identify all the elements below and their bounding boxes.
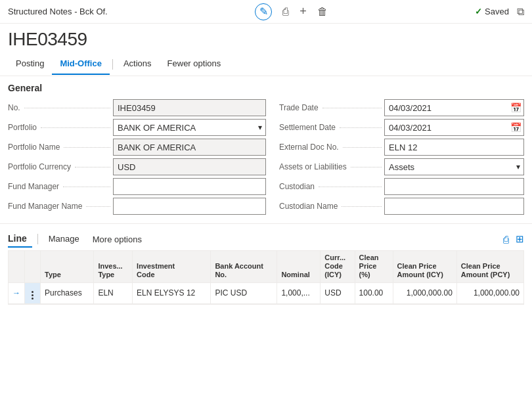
app-title: Structured Notes - Bck Of. bbox=[8, 7, 108, 16]
row-investment-code: ELN ELYSYS 12 bbox=[133, 282, 211, 303]
label-custodian: Custodian bbox=[279, 182, 384, 191]
section-divider bbox=[0, 223, 532, 224]
label-portfolio-currency: Portfolio Currency bbox=[8, 162, 113, 171]
value-external-doc bbox=[384, 139, 524, 156]
input-custodian-name[interactable] bbox=[384, 198, 524, 215]
row-clean-price-pct: 100.00 bbox=[355, 282, 393, 303]
input-settlement-date[interactable] bbox=[384, 119, 524, 136]
tab-line[interactable]: Line bbox=[8, 231, 32, 248]
field-settlement-date: Settlement Date 📅 bbox=[279, 118, 524, 137]
line-header: Line Manage More options ⎙ ⊞ bbox=[8, 231, 524, 248]
form-right-col: Trade Date 📅 Settlement Date 📅 bbox=[266, 99, 524, 217]
field-custodian-name: Custodian Name bbox=[279, 197, 524, 215]
input-portfolio-name[interactable] bbox=[113, 139, 266, 156]
row-clean-price-icy: 1,000,000.00 bbox=[393, 282, 456, 303]
saved-label-text: Saved bbox=[485, 7, 509, 16]
tab-line-more-options[interactable]: More options bbox=[87, 232, 147, 247]
input-custodian[interactable] bbox=[384, 178, 524, 195]
row-curr-code: USD bbox=[321, 282, 355, 303]
row-clean-price-pcy: 1,000,000.00 bbox=[456, 282, 523, 303]
tab-divider bbox=[112, 59, 113, 70]
label-no: No. bbox=[8, 103, 113, 112]
label-portfolio: Portfolio bbox=[8, 123, 113, 132]
value-assets-liabilities: Assets Liabilities bbox=[384, 158, 524, 175]
col-header-clean-price-pcy: Clean PriceAmount (PCY) bbox=[456, 251, 523, 282]
input-no[interactable] bbox=[113, 99, 266, 116]
input-portfolio-currency[interactable] bbox=[113, 158, 266, 175]
label-settlement-date: Settlement Date bbox=[279, 123, 384, 132]
line-right-icons: ⎙ ⊞ bbox=[503, 233, 524, 245]
col-header-curr-code: Curr...Code(ICY) bbox=[321, 251, 355, 282]
col-header-clean-price-pct: CleanPrice(%) bbox=[355, 251, 393, 282]
select-portfolio[interactable]: BANK OF AMERICA bbox=[113, 119, 266, 136]
field-trade-date: Trade Date 📅 bbox=[279, 99, 524, 117]
page-title: IHE03459 bbox=[0, 24, 532, 53]
value-portfolio-name bbox=[113, 139, 266, 156]
line-section: Line Manage More options ⎙ ⊞ Type Inves.… bbox=[0, 227, 532, 305]
delete-icon[interactable]: 🗑 bbox=[317, 6, 328, 18]
value-fund-manager bbox=[113, 178, 266, 195]
open-external-icon[interactable]: ⧉ bbox=[517, 6, 524, 18]
field-no: No. bbox=[8, 99, 266, 117]
label-custodian-name: Custodian Name bbox=[279, 202, 384, 211]
field-assets-liabilities: Assets or Liabilities Assets Liabilities bbox=[279, 158, 524, 176]
share-icon[interactable]: ⎙ bbox=[282, 6, 289, 18]
col-header-bank-account: Bank AccountNo. bbox=[211, 251, 277, 282]
row-nominal: 1,000,... bbox=[277, 282, 321, 303]
field-portfolio-name: Portfolio Name bbox=[8, 138, 266, 156]
col-header-clean-price-icy: Clean PriceAmount (ICY) bbox=[393, 251, 456, 282]
calendar-icon-trade[interactable]: 📅 bbox=[510, 102, 521, 113]
field-fund-manager: Fund Manager bbox=[8, 177, 266, 196]
label-portfolio-name: Portfolio Name bbox=[8, 143, 113, 152]
value-portfolio-currency bbox=[113, 158, 266, 175]
select-assets-liabilities[interactable]: Assets Liabilities bbox=[384, 158, 524, 175]
top-bar-title-area: Structured Notes - Bck Of. bbox=[8, 7, 108, 16]
line-table-container: Type Inves... Type InvestmentCode Bank A… bbox=[8, 250, 524, 305]
input-trade-date[interactable] bbox=[384, 99, 524, 116]
col-header-investment-code: InvestmentCode bbox=[133, 251, 211, 282]
add-icon[interactable]: + bbox=[299, 5, 307, 18]
row-arrow-cell[interactable]: → bbox=[9, 282, 25, 303]
form-left-col: No. Portfolio BANK OF AMERICA bbox=[8, 99, 266, 217]
col-header-invest-type: Inves... Type bbox=[94, 251, 133, 282]
edit-icon[interactable]: ✎ bbox=[255, 3, 272, 20]
tab-posting[interactable]: Posting bbox=[8, 53, 52, 75]
row-invest-type: ELN bbox=[94, 282, 133, 303]
nav-tabs: Posting Mid-Office Actions Fewer options bbox=[0, 53, 532, 76]
input-external-doc[interactable] bbox=[384, 139, 524, 156]
line-expand-icon[interactable]: ⊞ bbox=[516, 233, 524, 245]
input-fund-manager-name[interactable] bbox=[113, 198, 266, 215]
table-row: → Purchases ELN ELN ELYSYS 12 PIC USD 1,… bbox=[9, 282, 523, 303]
label-fund-manager: Fund Manager bbox=[8, 182, 113, 191]
input-fund-manager[interactable] bbox=[113, 178, 266, 195]
field-portfolio: Portfolio BANK OF AMERICA bbox=[8, 118, 266, 137]
kebab-dot bbox=[32, 294, 33, 296]
line-divider bbox=[37, 234, 38, 244]
tab-mid-office[interactable]: Mid-Office bbox=[52, 53, 110, 75]
calendar-icon-settlement[interactable]: 📅 bbox=[510, 122, 521, 133]
label-external-doc: External Doc No. bbox=[279, 143, 384, 152]
value-no bbox=[113, 99, 266, 116]
field-portfolio-currency: Portfolio Currency bbox=[8, 158, 266, 176]
kebab-menu[interactable] bbox=[29, 290, 36, 301]
row-type: Purchases bbox=[41, 282, 94, 303]
top-bar: Structured Notes - Bck Of. ✎ ⎙ + 🗑 ✓ Sav… bbox=[0, 0, 532, 24]
field-custodian: Custodian bbox=[279, 177, 524, 196]
general-section: General No. Portfolio bbox=[0, 76, 532, 221]
col-header-kebab bbox=[25, 251, 41, 282]
kebab-dot bbox=[32, 291, 33, 293]
tab-fewer-options[interactable]: Fewer options bbox=[160, 53, 229, 75]
tab-actions[interactable]: Actions bbox=[116, 53, 160, 75]
kebab-dot bbox=[32, 298, 33, 299]
row-kebab-cell[interactable] bbox=[25, 282, 41, 303]
field-external-doc: External Doc No. bbox=[279, 138, 524, 156]
tab-manage[interactable]: Manage bbox=[41, 231, 87, 248]
check-icon: ✓ bbox=[475, 7, 482, 16]
line-table: Type Inves... Type InvestmentCode Bank A… bbox=[9, 251, 523, 304]
col-header-nominal: Nominal bbox=[277, 251, 321, 282]
label-assets-liabilities: Assets or Liabilities bbox=[279, 162, 384, 171]
line-share-icon[interactable]: ⎙ bbox=[503, 234, 509, 245]
value-custodian-name bbox=[384, 198, 524, 215]
value-custodian bbox=[384, 178, 524, 195]
value-trade-date: 📅 bbox=[384, 99, 524, 116]
